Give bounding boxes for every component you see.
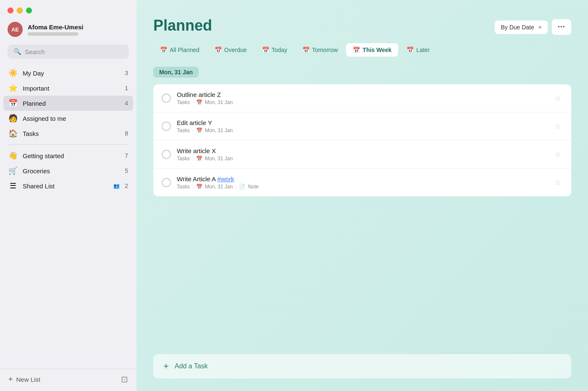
sidebar-item-important[interactable]: ⭐ Important 1	[3, 81, 133, 96]
dot-separator: ·	[192, 128, 194, 133]
calendar-small-icon: 📅	[196, 156, 202, 162]
wave-icon: 👋	[8, 151, 18, 160]
search-bar[interactable]: 🔍 Search	[8, 44, 129, 59]
star-button[interactable]: ☆	[553, 92, 563, 104]
calendar-icon: 📅	[407, 47, 414, 53]
new-list-label: New List	[16, 376, 41, 383]
dot-separator: ·	[192, 156, 194, 162]
task-title: Write article X	[177, 147, 547, 154]
dot-separator: ·	[235, 184, 236, 190]
table-row[interactable]: Outline article Z Tasks · 📅 Mon, 31 Jan …	[153, 84, 571, 112]
tab-overdue[interactable]: 📅 Overdue	[208, 43, 254, 57]
task-body: Edit article Y Tasks · 📅 Mon, 31 Jan	[177, 119, 547, 133]
new-list-button[interactable]: + New List	[8, 375, 40, 384]
filter-close-icon[interactable]: ×	[538, 24, 542, 31]
calendar-small-icon: 📅	[196, 184, 202, 190]
sidebar: AE Afoma Eme-Umesi 🔍 Search ☀️ My Day 3 …	[0, 0, 136, 391]
calendar-icon: 📅	[8, 99, 18, 108]
task-list-name: Tasks	[177, 156, 190, 162]
tab-later[interactable]: 📅 Later	[400, 43, 436, 57]
star-button[interactable]: ☆	[553, 148, 563, 161]
date-group-badge: Mon, 31 Jan	[153, 67, 199, 78]
page-title: Planned	[153, 17, 212, 34]
filter-label: By Due Date	[501, 24, 534, 31]
task-checkbox[interactable]	[162, 122, 171, 131]
maximize-button[interactable]	[26, 8, 32, 13]
sidebar-item-groceries[interactable]: 🛒 Groceries 5	[3, 163, 133, 178]
tab-label: Overdue	[224, 47, 247, 53]
task-body: Write article X Tasks · 📅 Mon, 31 Jan	[177, 147, 547, 162]
task-title: Outline article Z	[177, 91, 547, 98]
sidebar-divider	[8, 144, 128, 145]
task-body: Write Article A #work Tasks · 📅 Mon, 31 …	[177, 175, 547, 190]
sun-icon: ☀️	[8, 68, 18, 78]
task-meta: Tasks · 📅 Mon, 31 Jan	[177, 99, 547, 105]
task-tag-link[interactable]: #work	[217, 175, 234, 182]
sidebar-item-count: 7	[125, 152, 128, 159]
sidebar-item-label: Planned	[23, 100, 120, 107]
sidebar-item-my-day[interactable]: ☀️ My Day 3	[3, 65, 133, 81]
task-area: Mon, 31 Jan Outline article Z Tasks · 📅 …	[136, 57, 588, 346]
calendar-small-icon: 📅	[196, 99, 202, 105]
add-task-label: Add a Task	[175, 362, 208, 370]
tab-label: This Week	[362, 47, 391, 53]
list-icon: ☰	[8, 181, 18, 190]
dot-separator: ·	[192, 99, 194, 105]
task-checkbox[interactable]	[162, 150, 171, 159]
task-date: Mon, 31 Jan	[205, 156, 233, 162]
new-list-icon-secondary[interactable]: ⊡	[121, 374, 128, 384]
task-date: Mon, 31 Jan	[205, 128, 233, 133]
sidebar-item-label: Shared List	[23, 182, 108, 190]
table-row[interactable]: Write Article A #work Tasks · 📅 Mon, 31 …	[153, 169, 571, 196]
sidebar-item-assigned[interactable]: 🧑 Assigned to me	[3, 111, 133, 126]
task-title: Write Article A #work	[177, 175, 547, 182]
plus-icon: +	[8, 375, 13, 384]
calendar-icon: 📅	[262, 47, 269, 53]
sidebar-item-getting-started[interactable]: 👋 Getting started 7	[3, 148, 133, 163]
avatar: AE	[8, 22, 23, 37]
task-date: Mon, 31 Jan	[205, 99, 233, 105]
star-button[interactable]: ☆	[553, 120, 563, 133]
sidebar-item-label: Getting started	[23, 152, 120, 159]
table-row[interactable]: Write article X Tasks · 📅 Mon, 31 Jan ☆	[153, 141, 571, 169]
calendar-small-icon: 📅	[196, 128, 202, 133]
star-button[interactable]: ☆	[553, 176, 563, 189]
sidebar-footer: + New List ⊡	[0, 369, 136, 391]
tab-all-planned[interactable]: 📅 All Planned	[153, 43, 206, 57]
close-button[interactable]	[8, 8, 13, 13]
more-icon: ···	[558, 23, 565, 31]
task-list-name: Tasks	[177, 99, 190, 105]
more-options-button[interactable]: ···	[552, 19, 571, 35]
tab-this-week[interactable]: 📅 This Week	[346, 43, 398, 57]
sidebar-header: AE Afoma Eme-Umesi 🔍 Search	[0, 0, 136, 65]
sidebar-item-planned[interactable]: 📅 Planned 4	[3, 96, 133, 111]
table-row[interactable]: Edit article Y Tasks · 📅 Mon, 31 Jan ☆	[153, 112, 571, 141]
task-body: Outline article Z Tasks · 📅 Mon, 31 Jan	[177, 91, 547, 105]
filter-by-due-date-button[interactable]: By Due Date ×	[495, 21, 548, 34]
sidebar-item-label: Assigned to me	[23, 115, 123, 122]
search-icon: 🔍	[13, 48, 21, 55]
sidebar-item-label: Important	[23, 85, 120, 92]
add-task-button[interactable]: + Add a Task	[153, 354, 571, 378]
user-row: AE Afoma Eme-Umesi	[8, 19, 129, 43]
sidebar-item-label: My Day	[23, 70, 120, 77]
sidebar-item-shared-list[interactable]: ☰ Shared List 👥 2	[3, 178, 133, 193]
sidebar-item-count: 5	[125, 167, 128, 174]
tabs: 📅 All Planned 📅 Overdue 📅 Today 📅 Tomorr…	[136, 35, 588, 57]
task-checkbox[interactable]	[162, 178, 171, 187]
calendar-icon: 📅	[353, 47, 360, 53]
tab-label: Later	[416, 47, 430, 53]
task-date: Mon, 31 Jan	[205, 184, 233, 190]
sidebar-item-tasks[interactable]: 🏠 Tasks 8	[3, 126, 133, 141]
tab-today[interactable]: 📅 Today	[255, 43, 294, 57]
task-checkbox[interactable]	[162, 94, 171, 103]
sidebar-nav: ☀️ My Day 3 ⭐ Important 1 📅 Planned 4 🧑 …	[0, 65, 136, 369]
star-icon: ⭐	[8, 83, 18, 93]
cart-icon: 🛒	[8, 166, 18, 175]
task-meta: Tasks · 📅 Mon, 31 Jan · 📄 Note	[177, 184, 547, 190]
tab-tomorrow[interactable]: 📅 Tomorrow	[296, 43, 344, 57]
task-note-label: Note	[248, 184, 258, 190]
minimize-button[interactable]	[17, 8, 23, 13]
traffic-lights	[8, 8, 129, 13]
main-content: Planned By Due Date × ··· 📅 All Planned …	[136, 0, 588, 391]
